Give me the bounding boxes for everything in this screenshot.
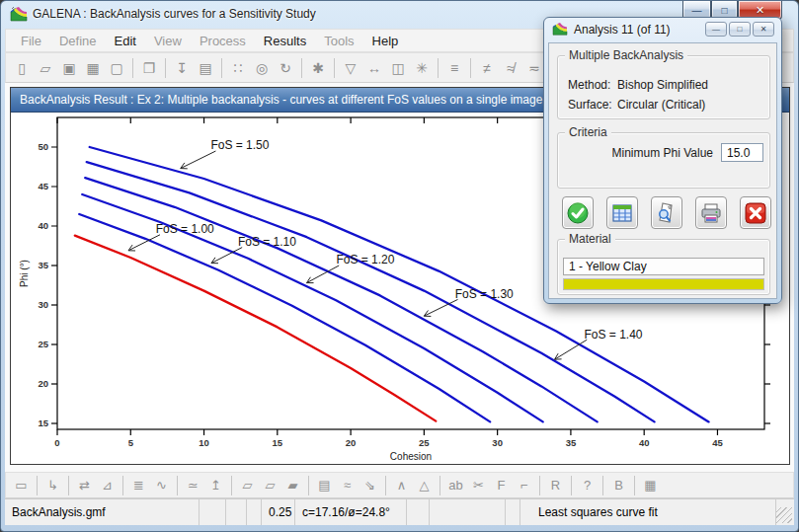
menu-file[interactable]: File (12, 32, 50, 50)
slope-tool-icon[interactable]: ⊿ (96, 475, 119, 495)
save-as-icon[interactable]: ▦ (81, 56, 105, 79)
dialog-maximize-button[interactable]: □ (729, 22, 751, 37)
toolbar-separator (301, 58, 302, 78)
svg-text:50: 50 (38, 141, 48, 152)
triangle-section-icon[interactable]: △ (413, 475, 436, 495)
svg-text:25: 25 (38, 339, 48, 349)
new-file-icon[interactable]: ▯ (10, 56, 34, 79)
green-check-icon (566, 201, 590, 225)
save-file-icon[interactable]: ▣ (57, 56, 81, 79)
f-value-icon[interactable]: F (490, 475, 513, 495)
svg-text:FoS = 1.00: FoS = 1.00 (156, 222, 214, 236)
polygon-lock-icon[interactable]: ▰ (281, 475, 304, 495)
menu-edit[interactable]: Edit (106, 32, 145, 50)
dialog-titlebar: Analysis 11 (of 11) — □ ✕ (544, 18, 781, 42)
normal-line-icon[interactable]: ∧ (390, 475, 413, 495)
dialog-minimize-button[interactable]: — (705, 22, 727, 37)
clip-region-icon[interactable]: ⌐ (513, 475, 535, 495)
print-button[interactable] (695, 196, 727, 229)
menu-results[interactable]: Results (255, 32, 315, 50)
toolbar-separator (132, 58, 133, 78)
toolbar-separator (231, 476, 232, 495)
wave-icon[interactable]: ≈ (336, 475, 359, 495)
highlight-icon[interactable]: ✳ (410, 56, 434, 79)
fit-width-icon[interactable]: ↔ (362, 56, 386, 79)
toolbar-separator (334, 58, 335, 78)
minimum-phi-input[interactable] (721, 143, 763, 162)
close-file-icon[interactable]: ▢ (105, 56, 128, 79)
app-icon (10, 7, 28, 23)
svg-text:20: 20 (346, 437, 357, 448)
section-fit-icon[interactable]: ≃ (182, 475, 204, 495)
material-selected-value: 1 - Yellow Clay (569, 260, 647, 273)
zoom-icon[interactable]: ◎ (250, 56, 274, 79)
status-cell-2 (226, 499, 247, 525)
menu-define[interactable]: Define (50, 32, 106, 50)
accept-button[interactable] (562, 196, 594, 229)
polygon-b-icon[interactable]: ▱ (259, 475, 281, 495)
smooth-curve-icon[interactable]: ∿ (150, 475, 173, 495)
back-reference-icon[interactable]: B (607, 475, 630, 495)
page-layout-icon[interactable]: ▭ (10, 475, 33, 495)
tree-view-icon[interactable]: ≡ (442, 56, 466, 79)
settings-gear-icon[interactable]: ✱ (306, 56, 330, 79)
multiple-backanalysis-group: Multiple BackAnalysis Method: Bishop Sim… (557, 55, 770, 119)
swap-axes-icon[interactable]: ⇄ (73, 475, 96, 495)
menu-tools[interactable]: Tools (315, 32, 362, 50)
red-cross-icon (744, 201, 767, 225)
svg-text:35: 35 (38, 260, 48, 270)
menu-view[interactable]: View (145, 32, 191, 50)
refresh-icon[interactable]: ↻ (274, 56, 297, 79)
dialog-close-button[interactable]: ✕ (753, 22, 774, 37)
toolbar-bottom: ▭↳⇄⊿≣∿≃↥▱▱▰▤≈⇘∧△ab✂F⌐R?B▦ (5, 472, 794, 498)
resize-grip[interactable] (776, 507, 792, 523)
arrows-down-icon[interactable]: ⇘ (359, 475, 381, 495)
section-raise-icon[interactable]: ↥ (204, 475, 227, 495)
profile-lines-icon[interactable]: ≣ (127, 475, 150, 495)
svg-text:30: 30 (38, 299, 48, 310)
query-slope-icon[interactable]: ? (576, 475, 599, 495)
surface-label: Surface: (568, 98, 612, 112)
cut-line-icon[interactable]: ✂ (467, 475, 490, 495)
svg-text:30: 30 (492, 437, 503, 448)
print-icon[interactable]: ▤ (194, 56, 217, 79)
criteria-group: Criteria Minimum Phi Value (557, 132, 770, 189)
main-window: GALENA : BackAnalysis curves for a Sensi… (0, 0, 799, 532)
material-color-swatch (563, 278, 764, 290)
result-window-title: BackAnalysis Result : Ex 2: Multiple bac… (20, 93, 542, 107)
menu-process[interactable]: Process (191, 32, 255, 50)
preview-button[interactable] (651, 196, 682, 229)
material-select[interactable]: 1 - Yellow Clay (563, 258, 764, 275)
toolbar-separator (634, 476, 635, 495)
cancel-button[interactable] (740, 196, 771, 229)
grid-help-icon[interactable]: ▦ (639, 475, 662, 495)
svg-text:35: 35 (566, 437, 577, 448)
axes-setup-icon[interactable]: ↳ (41, 475, 64, 495)
filter-icon[interactable]: ▽ (339, 56, 362, 79)
status-cell-7 (430, 499, 506, 525)
open-file-icon[interactable]: ▱ (34, 56, 57, 79)
copy-icon[interactable]: ❐ (137, 56, 161, 79)
edit-fos-icon[interactable]: ≠ (475, 56, 499, 79)
criteria-label: Criteria (565, 125, 611, 139)
table-button[interactable] (606, 196, 638, 229)
export-icon[interactable]: ↧ (170, 56, 194, 79)
status-text-4: 0.25 (269, 505, 291, 519)
status-text-0: BackAnalysis.gmf (12, 505, 106, 519)
svg-text:45: 45 (712, 437, 723, 448)
toolbar-separator (571, 476, 572, 495)
svg-text:FoS = 1.40: FoS = 1.40 (584, 328, 642, 342)
pixel-grid-icon[interactable]: ∷ (226, 56, 250, 79)
svg-text:FoS = 1.50: FoS = 1.50 (210, 138, 269, 152)
toolbar-separator (165, 58, 166, 78)
toolbar-separator (439, 476, 440, 495)
hatch-icon[interactable]: ▤ (313, 475, 336, 495)
analysis-catalog-icon[interactable]: ab (444, 475, 467, 495)
toolbar-separator (221, 58, 222, 78)
status-cell-3 (247, 499, 262, 525)
restraints-icon[interactable]: R (544, 475, 567, 495)
polygon-a-icon[interactable]: ▱ (236, 475, 259, 495)
chart-window-icon[interactable]: ◫ (386, 56, 410, 79)
menu-help[interactable]: Help (363, 32, 408, 50)
edit-phi-icon[interactable]: ≉ (499, 56, 522, 79)
